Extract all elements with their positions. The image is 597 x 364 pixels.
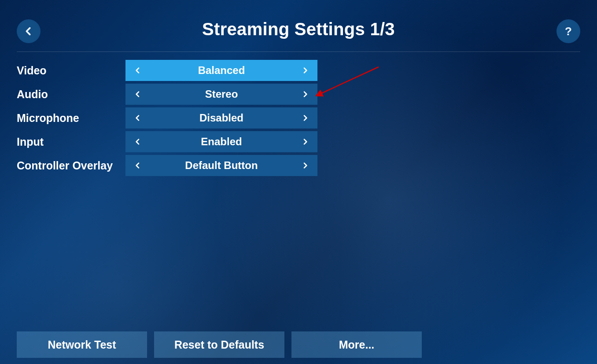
setting-row-microphone: Microphone Disabled xyxy=(17,107,580,129)
button-label: Network Test xyxy=(48,338,116,351)
picker-audio[interactable]: Stereo xyxy=(125,84,317,105)
more-button[interactable]: More... xyxy=(291,331,422,358)
setting-label: Microphone xyxy=(17,112,125,125)
chevron-left-icon xyxy=(134,161,141,170)
settings-list: Video Balanced Audio Stereo Microphone xyxy=(17,60,580,176)
setting-row-input: Input Enabled xyxy=(17,131,580,152)
picker-controller-overlay[interactable]: Default Button xyxy=(125,155,317,176)
chevron-right-icon xyxy=(302,137,309,146)
picker-next-button[interactable] xyxy=(293,155,317,176)
setting-row-video: Video Balanced xyxy=(17,60,580,81)
picker-prev-button[interactable] xyxy=(125,60,150,81)
chevron-right-icon xyxy=(302,90,309,99)
annotation-arrow-icon xyxy=(0,0,597,364)
chevron-left-icon xyxy=(134,137,141,146)
button-label: More... xyxy=(339,338,375,351)
picker-next-button[interactable] xyxy=(293,131,317,152)
picker-value: Balanced xyxy=(150,64,293,77)
picker-prev-button[interactable] xyxy=(125,84,150,105)
page-title: Streaming Settings 1/3 xyxy=(17,19,580,39)
network-test-button[interactable]: Network Test xyxy=(17,331,147,358)
chevron-right-icon xyxy=(302,161,309,170)
picker-value: Default Button xyxy=(150,159,293,172)
picker-microphone[interactable]: Disabled xyxy=(125,107,317,129)
chevron-right-icon xyxy=(302,114,309,122)
setting-label: Controller Overlay xyxy=(17,159,125,172)
picker-prev-button[interactable] xyxy=(125,155,150,176)
picker-input[interactable]: Enabled xyxy=(125,131,317,152)
footer: Network Test Reset to Defaults More... xyxy=(17,331,580,358)
chevron-right-icon xyxy=(302,66,309,75)
picker-video[interactable]: Balanced xyxy=(125,60,317,81)
setting-row-controller-overlay: Controller Overlay Default Button xyxy=(17,155,580,176)
help-button[interactable]: ? xyxy=(556,19,580,43)
reset-defaults-button[interactable]: Reset to Defaults xyxy=(154,331,284,358)
picker-value: Enabled xyxy=(150,136,293,148)
picker-value: Disabled xyxy=(150,112,293,124)
picker-next-button[interactable] xyxy=(293,84,317,105)
chevron-left-icon xyxy=(134,90,141,99)
setting-label: Audio xyxy=(17,88,125,101)
picker-prev-button[interactable] xyxy=(125,131,150,152)
picker-value: Stereo xyxy=(150,88,293,100)
picker-next-button[interactable] xyxy=(293,107,317,129)
picker-next-button[interactable] xyxy=(293,60,317,81)
setting-label: Video xyxy=(17,64,125,77)
chevron-left-icon xyxy=(134,66,141,75)
setting-label: Input xyxy=(17,136,125,148)
button-label: Reset to Defaults xyxy=(174,338,264,351)
picker-prev-button[interactable] xyxy=(125,107,150,129)
header: Streaming Settings 1/3 ? xyxy=(17,0,580,52)
setting-row-audio: Audio Stereo xyxy=(17,84,580,105)
chevron-left-icon xyxy=(134,114,141,122)
question-mark-icon: ? xyxy=(565,25,572,38)
